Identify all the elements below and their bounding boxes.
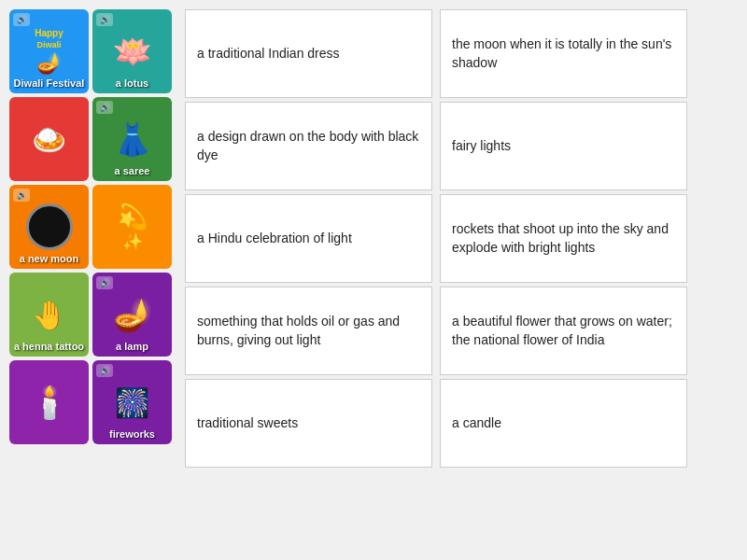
card-candle[interactable]: 🕯️ <box>9 360 89 444</box>
middle-desc-5[interactable]: traditional sweets <box>185 379 432 468</box>
moon-image <box>26 203 73 250</box>
card-row-5: 🕯️ 🔊 🎆 fireworks <box>9 360 177 444</box>
card-saree-label: a saree <box>115 165 150 177</box>
audio-icon-fireworks[interactable]: 🔊 <box>96 364 113 377</box>
card-row-3: 🔊 a new moon 💫 ✨ <box>9 185 177 269</box>
middle-desc-1[interactable]: a traditional Indian dress <box>185 9 432 98</box>
audio-icon-new-moon[interactable]: 🔊 <box>13 189 30 202</box>
right-desc-4[interactable]: a beautiful flower that grows on water; … <box>440 287 687 375</box>
right-desc-2[interactable]: fairy lights <box>440 102 687 190</box>
card-fireworks-label: fireworks <box>109 428 155 441</box>
middle-desc-2[interactable]: a design drawn on the body with black dy… <box>185 102 432 190</box>
audio-icon-saree[interactable]: 🔊 <box>96 101 113 114</box>
middle-desc-4[interactable]: something that holds oil or gas and burn… <box>185 287 432 375</box>
card-henna[interactable]: 🤚 a henna tattoo <box>9 273 89 357</box>
right-desc-1[interactable]: the moon when it is totally in the sun's… <box>440 9 687 98</box>
card-fireworks[interactable]: 🔊 🎆 fireworks <box>92 360 172 444</box>
card-new-moon-label: a new moon <box>20 253 79 265</box>
card-food[interactable]: 🍛 <box>9 97 89 181</box>
main-container: 🔊 Happy Diwali 🪔 Diwali Festival 🔊 🪷 a l… <box>9 9 738 468</box>
card-row-2: 🍛 🔊 👗 a saree <box>9 97 177 181</box>
card-diwali-festival[interactable]: 🔊 Happy Diwali 🪔 Diwali Festival <box>9 9 89 93</box>
card-lamp[interactable]: 🔊 🪔 a lamp <box>92 273 172 357</box>
card-henna-label: a henna tattoo <box>14 341 84 353</box>
card-row-1: 🔊 Happy Diwali 🪔 Diwali Festival 🔊 🪷 a l… <box>9 9 177 93</box>
right-desc-5[interactable]: a candle <box>440 379 687 468</box>
audio-icon-lotus[interactable]: 🔊 <box>96 13 113 26</box>
card-saree[interactable]: 🔊 👗 a saree <box>92 97 172 181</box>
right-column: the moon when it is totally in the sun's… <box>440 9 687 468</box>
card-lamp-label: a lamp <box>116 341 148 353</box>
audio-icon-diwali[interactable]: 🔊 <box>13 13 30 26</box>
card-new-moon[interactable]: 🔊 a new moon <box>9 185 89 269</box>
card-row-4: 🤚 a henna tattoo 🔊 🪔 a lamp <box>9 273 177 357</box>
left-column: 🔊 Happy Diwali 🪔 Diwali Festival 🔊 🪷 a l… <box>9 9 177 468</box>
card-lotus-label: a lotus <box>116 77 148 90</box>
middle-column: a traditional Indian dress a design draw… <box>185 9 432 468</box>
audio-icon-lamp[interactable]: 🔊 <box>96 276 113 289</box>
right-desc-3[interactable]: rockets that shoot up into the sky and e… <box>440 194 687 283</box>
card-lotus[interactable]: 🔊 🪷 a lotus <box>92 9 172 93</box>
middle-desc-3[interactable]: a Hindu celebration of light <box>185 194 432 283</box>
card-lights[interactable]: 💫 ✨ <box>92 185 172 269</box>
card-diwali-label: Diwali Festival <box>14 77 85 90</box>
